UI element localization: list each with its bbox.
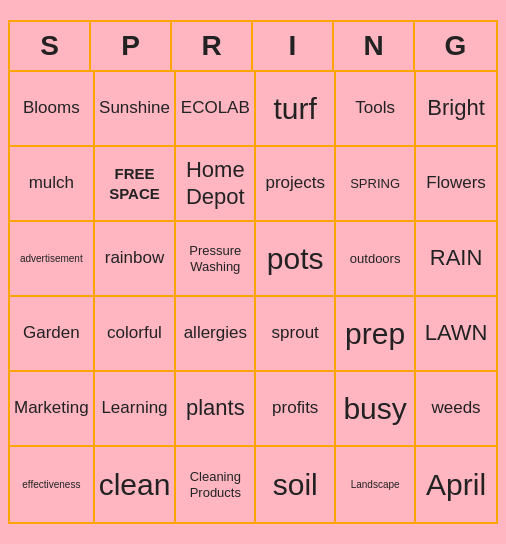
- cell-text: projects: [265, 173, 325, 193]
- bingo-cell: pots: [256, 222, 336, 297]
- cell-text: Learning: [101, 398, 167, 418]
- bingo-cell: rainbow: [95, 222, 177, 297]
- cell-text: mulch: [29, 173, 74, 193]
- bingo-cell: SPRING: [336, 147, 416, 222]
- bingo-cell: busy: [336, 372, 416, 447]
- cell-text: busy: [343, 391, 406, 427]
- cell-text: ECOLAB: [181, 98, 250, 118]
- header-letter: R: [172, 22, 253, 70]
- bingo-header: SPRING: [10, 22, 496, 72]
- cell-text: RAIN: [430, 245, 483, 271]
- bingo-cell: mulch: [10, 147, 95, 222]
- bingo-cell: projects: [256, 147, 336, 222]
- cell-text: Tools: [355, 98, 395, 118]
- cell-text: colorful: [107, 323, 162, 343]
- bingo-cell: ECOLAB: [176, 72, 256, 147]
- cell-text: prep: [345, 316, 405, 352]
- bingo-cell: colorful: [95, 297, 177, 372]
- bingo-cell: RAIN: [416, 222, 496, 297]
- bingo-cell: weeds: [416, 372, 496, 447]
- cell-text: pots: [267, 241, 324, 277]
- bingo-cell: Landscape: [336, 447, 416, 522]
- cell-text: sprout: [272, 323, 319, 343]
- cell-text: weeds: [431, 398, 480, 418]
- cell-text: Marketing: [14, 398, 89, 418]
- cell-text: allergies: [184, 323, 247, 343]
- bingo-cell: LAWN: [416, 297, 496, 372]
- cell-text: plants: [186, 395, 245, 421]
- cell-text: SPRING: [350, 176, 400, 192]
- bingo-cell: FREE SPACE: [95, 147, 177, 222]
- bingo-cell: plants: [176, 372, 256, 447]
- bingo-grid: BloomsSunshineECOLABturfToolsBrightmulch…: [10, 72, 496, 522]
- bingo-cell: clean: [95, 447, 177, 522]
- cell-text: Landscape: [351, 479, 400, 491]
- bingo-cell: Flowers: [416, 147, 496, 222]
- bingo-cell: effectiveness: [10, 447, 95, 522]
- cell-text: LAWN: [425, 320, 488, 346]
- bingo-cell: Tools: [336, 72, 416, 147]
- cell-text: rainbow: [105, 248, 165, 268]
- header-letter: N: [334, 22, 415, 70]
- cell-text: Sunshine: [99, 98, 170, 118]
- cell-text: April: [426, 467, 486, 503]
- cell-text: clean: [99, 467, 171, 503]
- header-letter: S: [10, 22, 91, 70]
- cell-text: Flowers: [426, 173, 486, 193]
- cell-text: Blooms: [23, 98, 80, 118]
- bingo-cell: Learning: [95, 372, 177, 447]
- bingo-cell: prep: [336, 297, 416, 372]
- cell-text: effectiveness: [22, 479, 80, 491]
- bingo-cell: allergies: [176, 297, 256, 372]
- cell-text: turf: [274, 91, 317, 127]
- cell-text: outdoors: [350, 251, 401, 267]
- header-letter: I: [253, 22, 334, 70]
- cell-text: soil: [273, 467, 318, 503]
- bingo-cell: Marketing: [10, 372, 95, 447]
- bingo-cell: Blooms: [10, 72, 95, 147]
- bingo-card: SPRING BloomsSunshineECOLABturfToolsBrig…: [8, 20, 498, 524]
- bingo-cell: Home Depot: [176, 147, 256, 222]
- bingo-cell: advertisement: [10, 222, 95, 297]
- cell-text: Cleaning Products: [180, 469, 250, 500]
- bingo-cell: sprout: [256, 297, 336, 372]
- header-letter: G: [415, 22, 496, 70]
- bingo-cell: Cleaning Products: [176, 447, 256, 522]
- bingo-cell: Bright: [416, 72, 496, 147]
- bingo-cell: Garden: [10, 297, 95, 372]
- cell-text: Pressure Washing: [180, 243, 250, 274]
- cell-text: FREE SPACE: [99, 164, 171, 203]
- bingo-cell: Pressure Washing: [176, 222, 256, 297]
- header-letter: P: [91, 22, 172, 70]
- cell-text: profits: [272, 398, 318, 418]
- bingo-cell: outdoors: [336, 222, 416, 297]
- cell-text: Bright: [427, 95, 484, 121]
- bingo-cell: Sunshine: [95, 72, 177, 147]
- bingo-cell: soil: [256, 447, 336, 522]
- bingo-cell: profits: [256, 372, 336, 447]
- cell-text: Home Depot: [180, 157, 250, 210]
- bingo-cell: April: [416, 447, 496, 522]
- cell-text: advertisement: [20, 253, 83, 265]
- cell-text: Garden: [23, 323, 80, 343]
- bingo-cell: turf: [256, 72, 336, 147]
